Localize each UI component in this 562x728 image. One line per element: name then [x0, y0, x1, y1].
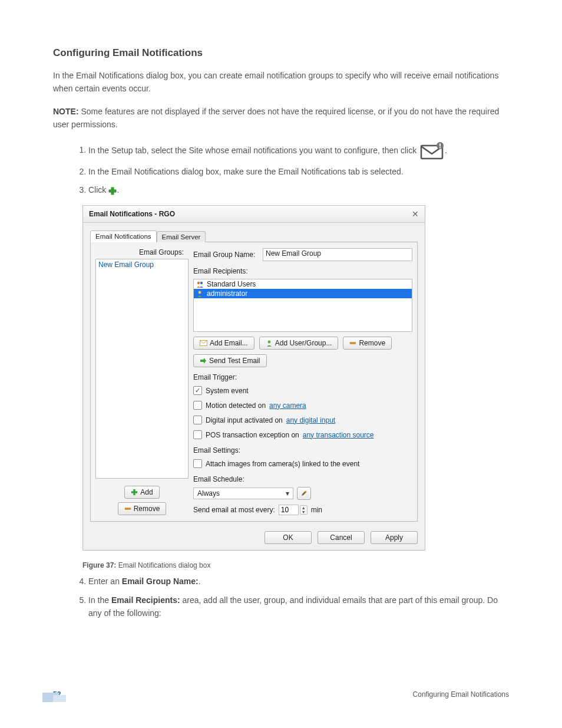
- frequency-label: Send email at most every:: [193, 506, 275, 514]
- trigger-digital-text: Digital input activated on: [206, 416, 283, 424]
- svg-rect-3: [439, 147, 441, 148]
- figure-text: Email Notifications dialog box: [116, 561, 210, 569]
- add-user-group-label: Add User/Group...: [275, 339, 332, 347]
- chevron-down-icon: ▾: [283, 489, 292, 498]
- section-title: Configuring Email Notifications: [53, 47, 509, 59]
- step-5: In the Email Recipients: area, add all t…: [88, 594, 509, 620]
- dialog-left-column: Email Groups: New Email Group Add Remove: [95, 248, 189, 515]
- dialog-right-column: Email Group Name: New Email Group Email …: [193, 248, 412, 515]
- pencil-icon: [300, 490, 308, 497]
- svg-point-11: [199, 291, 201, 294]
- step-3-post: .: [117, 185, 119, 195]
- recipient-standard-users[interactable]: Standard Users: [194, 279, 412, 289]
- recipients-label: Email Recipients:: [193, 267, 412, 275]
- email-schedule-label: Email Schedule:: [193, 475, 412, 483]
- recipient-label: Standard Users: [207, 280, 256, 288]
- trigger-system-event: System event: [206, 387, 249, 395]
- svg-rect-2: [439, 143, 441, 146]
- envelope-small-icon: [200, 340, 207, 346]
- trigger-label: Email Trigger:: [193, 373, 412, 381]
- note-paragraph: NOTE: Some features are not displayed if…: [53, 106, 509, 131]
- email-group-item-selected[interactable]: New Email Group: [98, 261, 186, 269]
- send-arrow-icon: [200, 357, 207, 364]
- send-test-email-label: Send Test Email: [209, 357, 260, 365]
- remove-group-button[interactable]: Remove: [118, 502, 167, 515]
- step-3-pre: Click: [88, 185, 108, 195]
- schedule-select[interactable]: Always ▾: [193, 487, 293, 499]
- checkbox-pos[interactable]: [193, 430, 202, 439]
- frequency-spinner[interactable]: ▲▼: [279, 505, 308, 515]
- recipient-administrator[interactable]: administrator: [194, 289, 412, 298]
- frequency-input[interactable]: [279, 505, 299, 515]
- figure-caption: Figure 37: Email Notifications dialog bo…: [82, 561, 509, 569]
- user-icon: [196, 290, 204, 297]
- svg-point-10: [200, 282, 203, 284]
- tab-panel: Email Groups: New Email Group Add Remove: [90, 242, 418, 522]
- add-plus-icon: [108, 187, 117, 195]
- recipient-label: administrator: [207, 289, 247, 298]
- svg-rect-14: [350, 342, 356, 344]
- step-5-pre: In the: [88, 595, 111, 605]
- add-user-group-button[interactable]: Add User/Group...: [259, 337, 339, 350]
- recipients-list[interactable]: Standard Users administrator: [193, 279, 412, 332]
- checkbox-attach-images[interactable]: [193, 459, 202, 468]
- attach-images-text: Attach images from camera(s) linked to t…: [206, 460, 359, 468]
- step-1-text: In the Setup tab, select the Site whose …: [88, 145, 419, 154]
- step-4-pre: Enter an: [88, 577, 122, 586]
- schedule-value: Always: [197, 489, 220, 498]
- remove-recipient-label: Remove: [359, 339, 385, 347]
- figure-label: Figure 37:: [82, 561, 116, 569]
- svg-rect-8: [125, 508, 131, 509]
- step-4-bold: Email Group Name:: [122, 577, 199, 586]
- remove-group-label: Remove: [134, 505, 160, 513]
- minus-icon: [349, 340, 356, 347]
- intro-paragraph: In the Email Notifications dialog box, y…: [53, 70, 509, 95]
- footer-section-name: Configuring Email Notifications: [413, 690, 509, 699]
- cancel-button[interactable]: Cancel: [318, 531, 365, 544]
- svg-rect-7: [131, 491, 137, 493]
- step-4-post: .: [199, 577, 201, 586]
- remove-recipient-button[interactable]: Remove: [343, 337, 392, 350]
- page-footer: 52 Configuring Email Notifications: [53, 690, 509, 699]
- checkbox-system-event[interactable]: [193, 386, 202, 395]
- checkbox-digital-input[interactable]: [193, 416, 202, 424]
- email-groups-list[interactable]: New Email Group: [95, 259, 189, 479]
- close-icon[interactable]: ✕: [412, 209, 419, 219]
- email-notifications-dialog: Email Notifications - RGO ✕ Email Notifi…: [82, 205, 425, 551]
- group-icon: [196, 281, 204, 288]
- step-4: Enter an Email Group Name:.: [88, 575, 509, 588]
- frequency-unit: min: [311, 506, 322, 514]
- link-any-camera[interactable]: any camera: [269, 401, 306, 410]
- step-5-bold: Email Recipients:: [111, 595, 180, 605]
- tab-email-notifications[interactable]: Email Notifications: [90, 230, 157, 242]
- svg-point-13: [267, 341, 270, 344]
- add-group-button[interactable]: Add: [124, 486, 159, 499]
- checkbox-motion[interactable]: [193, 401, 202, 410]
- step-1: In the Setup tab, select the Site whose …: [88, 142, 509, 160]
- step-3: Click .: [88, 184, 509, 197]
- email-notifications-icon: [419, 142, 445, 160]
- send-test-email-button[interactable]: Send Test Email: [193, 354, 267, 367]
- ok-button[interactable]: OK: [265, 531, 312, 544]
- spinner-arrows[interactable]: ▲▼: [300, 505, 308, 515]
- dialog-footer: OK Cancel Apply: [83, 526, 425, 550]
- add-group-label: Add: [140, 488, 153, 496]
- tab-email-server[interactable]: Email Server: [157, 231, 206, 242]
- add-email-button[interactable]: Add Email...: [193, 337, 254, 350]
- dialog-tabstrip: Email Notifications Email Server: [90, 229, 418, 242]
- note-text: Some features are not displayed if the s…: [53, 107, 499, 129]
- edit-schedule-button[interactable]: [297, 487, 311, 500]
- svg-point-9: [197, 282, 200, 284]
- group-name-label: Email Group Name:: [193, 251, 258, 259]
- step-1-tail: .: [445, 145, 447, 154]
- apply-button[interactable]: Apply: [371, 531, 418, 544]
- trigger-motion-text: Motion detected on: [206, 401, 266, 410]
- dialog-title: Email Notifications - RGO: [89, 210, 175, 218]
- note-label: NOTE:: [53, 107, 79, 116]
- link-any-transaction-source[interactable]: any transaction source: [303, 431, 374, 439]
- dialog-titlebar: Email Notifications - RGO ✕: [83, 206, 425, 223]
- link-any-digital-input[interactable]: any digital input: [286, 416, 335, 424]
- step-2: In the Email Notifications dialog box, m…: [88, 166, 509, 179]
- group-name-input[interactable]: New Email Group: [263, 248, 412, 261]
- trigger-pos-text: POS transaction exception on: [206, 431, 299, 439]
